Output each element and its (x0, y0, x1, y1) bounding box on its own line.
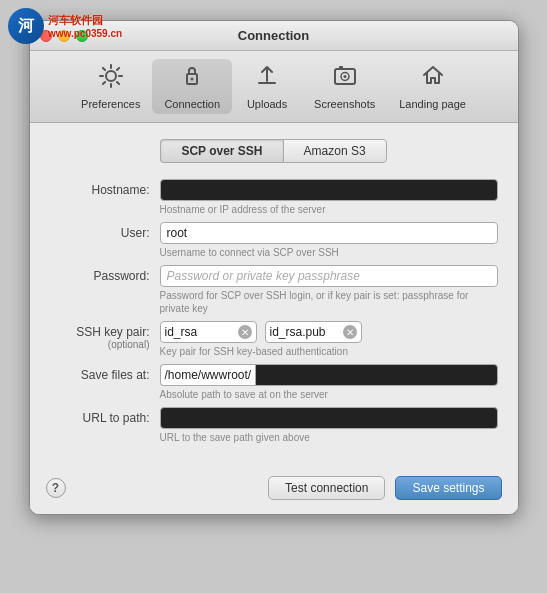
save-files-label: Save files at: (50, 364, 160, 382)
url-to-path-hint: URL to the save path given above (160, 431, 498, 444)
ssh-keypair-field-group: ✕ ✕ Key pair for SSH key-based authentic… (160, 321, 498, 358)
password-field-group: Password for SCP over SSH login, or if k… (160, 265, 498, 315)
toolbar-item-screenshots[interactable]: Screenshots (302, 59, 387, 114)
tab-amazon-s3[interactable]: Amazon S3 (283, 139, 387, 163)
user-hint: Username to connect via SCP over SSH (160, 246, 498, 259)
url-to-path-field-group: URL to the save path given above (160, 407, 498, 444)
public-key-input[interactable] (270, 325, 340, 339)
save-files-prefix: /home/wwwroot/ (160, 364, 256, 386)
hostname-row: Hostname: Hostname or IP address of the … (50, 179, 498, 216)
private-key-input[interactable] (165, 325, 235, 339)
svg-point-2 (191, 78, 194, 81)
landing-page-icon (420, 63, 446, 95)
public-key-field: ✕ (265, 321, 362, 343)
toolbar-item-landing-page[interactable]: Landing page (387, 59, 478, 114)
toolbar-item-preferences[interactable]: Preferences (69, 59, 152, 114)
ssh-keypair-sublabel: (optional) (50, 339, 150, 350)
password-input[interactable] (160, 265, 498, 287)
save-files-input[interactable] (255, 364, 497, 386)
main-window: Connection Preferences Connection (29, 20, 519, 515)
preferences-icon (98, 63, 124, 95)
ssh-keypair-label-group: SSH key pair: (optional) (50, 321, 160, 350)
save-files-input-wrapper: /home/wwwroot/ (160, 364, 498, 386)
user-row: User: Username to connect via SCP over S… (50, 222, 498, 259)
save-files-hint: Absolute path to save at on the server (160, 388, 498, 401)
private-key-field: ✕ (160, 321, 257, 343)
user-label: User: (50, 222, 160, 240)
screenshots-label: Screenshots (314, 98, 375, 110)
toolbar-item-uploads[interactable]: Uploads (232, 59, 302, 114)
window-title: Connection (238, 28, 310, 43)
ssh-keypair-hint: Key pair for SSH key-based authenticatio… (160, 345, 498, 358)
bottom-buttons: Test connection Save settings (268, 476, 501, 500)
connection-icon (179, 63, 205, 95)
url-to-path-row: URL to path: URL to the save path given … (50, 407, 498, 444)
ssh-keypair-label: SSH key pair: (50, 325, 150, 339)
toolbar: Preferences Connection Uploads (30, 51, 518, 123)
svg-point-5 (343, 75, 346, 78)
test-connection-button[interactable]: Test connection (268, 476, 385, 500)
screenshots-icon (332, 63, 358, 95)
keypair-inputs: ✕ ✕ (160, 321, 498, 343)
password-hint: Password for SCP over SSH login, or if k… (160, 289, 498, 315)
tab-scp-ssh[interactable]: SCP over SSH (160, 139, 282, 163)
uploads-label: Uploads (247, 98, 287, 110)
toolbar-item-connection[interactable]: Connection (152, 59, 232, 114)
url-to-path-input[interactable] (160, 407, 498, 429)
url-to-path-label: URL to path: (50, 407, 160, 425)
svg-point-0 (106, 71, 116, 81)
bottom-bar: ? Test connection Save settings (30, 466, 518, 514)
watermark: 河 河车软件园 www.pc0359.cn (8, 8, 122, 44)
password-label: Password: (50, 265, 160, 283)
user-input[interactable] (160, 222, 498, 244)
uploads-icon (254, 63, 280, 95)
svg-rect-6 (339, 66, 343, 69)
landing-page-label: Landing page (399, 98, 466, 110)
connection-form: Hostname: Hostname or IP address of the … (50, 179, 498, 450)
hostname-label: Hostname: (50, 179, 160, 197)
hostname-field-group: Hostname or IP address of the server (160, 179, 498, 216)
save-files-row: Save files at: /home/wwwroot/ Absolute p… (50, 364, 498, 401)
help-button[interactable]: ? (46, 478, 66, 498)
tab-bar: SCP over SSH Amazon S3 (50, 139, 498, 163)
save-settings-button[interactable]: Save settings (395, 476, 501, 500)
save-files-field-group: /home/wwwroot/ Absolute path to save at … (160, 364, 498, 401)
preferences-label: Preferences (81, 98, 140, 110)
password-row: Password: Password for SCP over SSH logi… (50, 265, 498, 315)
ssh-keypair-row: SSH key pair: (optional) ✕ ✕ K (50, 321, 498, 358)
watermark-logo: 河 (8, 8, 44, 44)
hostname-input[interactable] (160, 179, 498, 201)
content-area: SCP over SSH Amazon S3 Hostname: Hostnam… (30, 123, 518, 466)
public-key-clear-button[interactable]: ✕ (343, 325, 357, 339)
private-key-clear-button[interactable]: ✕ (238, 325, 252, 339)
hostname-hint: Hostname or IP address of the server (160, 203, 498, 216)
user-field-group: Username to connect via SCP over SSH (160, 222, 498, 259)
watermark-text: 河车软件园 www.pc0359.cn (48, 13, 122, 39)
connection-label: Connection (164, 98, 220, 110)
